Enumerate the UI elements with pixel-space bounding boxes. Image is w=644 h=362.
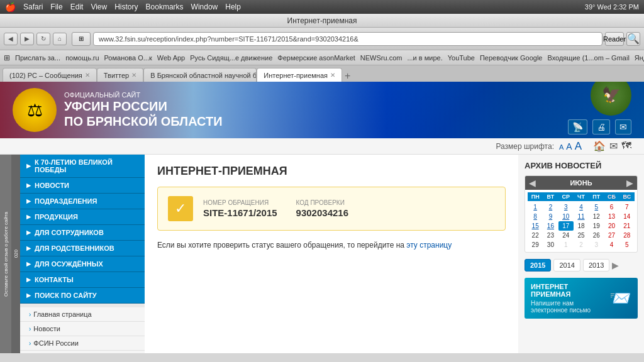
tab-3-close[interactable]: ✕ xyxy=(330,72,335,79)
cal-day-9[interactable]: 9 xyxy=(543,212,558,221)
sidebar-feedback[interactable]: Оставьте свой отзыв о работе сайта xyxy=(0,155,11,353)
sidebar-item-divisions[interactable]: ▶ ПОДРАЗДЕЛЕНИЯ xyxy=(20,194,145,209)
menu-safari[interactable]: Safari xyxy=(23,3,43,11)
wd-fri: ПТ xyxy=(589,192,604,201)
arrow-icon-6: ▶ xyxy=(26,261,31,267)
cal-day-6[interactable]: 6 xyxy=(604,202,619,212)
bookmark-rus[interactable]: Русь Сидящ...е движение xyxy=(190,54,272,62)
sidebar-sub-news[interactable]: › Новости xyxy=(20,322,145,336)
sidebar-sub-management[interactable]: › Руководство... xyxy=(20,351,145,353)
sidebar-item-victory[interactable]: ▶ К 70-ЛЕТИЮ ВЕЛИКОЙ ПОБЕДЫ xyxy=(20,155,145,178)
cal-day-14: 14 xyxy=(619,212,635,221)
arrow-icon-1: ▶ xyxy=(26,182,31,189)
bookmark-yandex[interactable]: Яндекс xyxy=(635,54,644,62)
sidebar-item-convicted[interactable]: ▶ ДЛЯ ОСУЖДЁННЫХ xyxy=(20,256,145,272)
menu-window[interactable]: Window xyxy=(191,3,218,11)
cal-month: ИЮНЬ xyxy=(570,179,592,187)
header-icon-print[interactable]: 🖨 xyxy=(592,119,610,134)
apple-logo[interactable]: 🍎 xyxy=(5,2,16,12)
refresh-button[interactable]: ↻ xyxy=(36,33,50,45)
cal-day-7[interactable]: 7 xyxy=(619,202,635,212)
year-btn-2013[interactable]: 2013 xyxy=(583,259,609,272)
cal-day-17[interactable]: 17 xyxy=(558,221,574,231)
reader-button[interactable]: Reader xyxy=(605,32,624,46)
cal-day-16[interactable]: 16 xyxy=(543,221,558,231)
cal-day-1[interactable]: 1 xyxy=(528,202,543,212)
priemnaya-subtitle: Напишите нам электронное письмо xyxy=(531,300,604,314)
cal-day-21: 21 xyxy=(619,221,635,231)
bookmark-gmail[interactable]: Входящие (1...om – Gmail xyxy=(547,54,629,62)
sidebar-sub-fsin[interactable]: › ФСИН России xyxy=(20,336,145,351)
sidebar-item-employees[interactable]: ▶ ДЛЯ СОТРУДНИКОВ xyxy=(20,225,145,241)
sidebar-item-contacts[interactable]: ▶ КОНТАКТЫ xyxy=(20,272,145,288)
menu-file[interactable]: File xyxy=(50,3,62,11)
sidebar-sub-home[interactable]: › Главная страница xyxy=(20,307,145,322)
mail-nav-icon[interactable]: ✉ xyxy=(609,140,618,152)
cal-day-10[interactable]: 10 xyxy=(558,212,574,221)
reader-icon[interactable]: ⊞ xyxy=(72,32,91,46)
search-button[interactable]: 🔍 xyxy=(626,32,640,46)
cal-day-5[interactable]: 5 xyxy=(589,202,604,212)
tab-1[interactable]: Твиттер ✕ xyxy=(97,68,143,82)
new-tab-button[interactable]: + xyxy=(345,70,350,82)
header-icon-rss[interactable]: 📡 xyxy=(568,119,587,134)
sidebar-item-search[interactable]: ▶ ПОИСК ПО САЙТУ xyxy=(20,288,145,304)
tab-0[interactable]: (102) РС – Сообщения ✕ xyxy=(3,68,97,82)
reception-link[interactable]: эту страницу xyxy=(406,241,452,250)
cal-prev-btn[interactable]: ◀ xyxy=(529,178,536,188)
font-size-medium[interactable]: А xyxy=(566,141,572,151)
reception-text: Если вы хотите проверить статус вашего о… xyxy=(157,239,506,251)
bookmark-webapp[interactable]: Web App xyxy=(157,54,185,62)
menu-view[interactable]: View xyxy=(91,3,107,11)
menu-help[interactable]: Help xyxy=(225,3,241,11)
sidebar-item-label-4: ДЛЯ СОТРУДНИКОВ xyxy=(35,229,104,236)
sidebar-item-products[interactable]: ▶ ПРОДУКЦИЯ xyxy=(20,209,145,225)
back-button[interactable]: ◀ xyxy=(4,33,18,45)
map-nav-icon[interactable]: 🗺 xyxy=(621,140,631,152)
mac-status-bar: 39° Wed 2:32 PM xyxy=(585,3,639,11)
cal-day-11[interactable]: 11 xyxy=(574,212,589,221)
browser-window: Интернет-приемная ◀ ▶ ↻ ⌂ ⊞ www.32.fsin.… xyxy=(0,14,644,362)
bookmark-prislat[interactable]: Прислать за... xyxy=(15,54,60,62)
cal-day-8[interactable]: 8 xyxy=(528,212,543,221)
bookmark-translate[interactable]: Переводчик Google xyxy=(480,54,543,62)
font-size-large[interactable]: А xyxy=(575,140,582,153)
home-button[interactable]: ⌂ xyxy=(53,33,67,45)
bookmark-farm[interactable]: Фермерские asonMarket xyxy=(277,54,355,62)
menu-edit[interactable]: Edit xyxy=(70,3,84,11)
cal-day-3[interactable]: 3 xyxy=(558,202,574,212)
bookmark-news[interactable]: NEWSru.com xyxy=(360,54,402,62)
cal-day-4[interactable]: 4 xyxy=(574,202,589,212)
number-label: НОМЕР ОБРАЩЕНИЯ xyxy=(203,199,277,206)
font-size-small[interactable]: А xyxy=(559,143,564,151)
info-block-number: НОМЕР ОБРАЩЕНИЯ SITE-11671/2015 xyxy=(203,199,277,218)
cal-day-15[interactable]: 15 xyxy=(528,221,543,231)
cal-next-btn[interactable]: ▶ xyxy=(626,178,633,188)
bookmarks-icon: ⊞ xyxy=(4,53,10,62)
year-nav-next[interactable]: ▶ xyxy=(612,260,619,270)
tab-0-close[interactable]: ✕ xyxy=(85,72,90,79)
priemnaya-box[interactable]: ИНТЕРНЕТ ПРИЕМНАЯ Напишите нам электронн… xyxy=(525,278,638,319)
cal-day-30: 30 xyxy=(543,240,558,250)
sidebar-item-label-6: ДЛЯ ОСУЖДЁННЫХ xyxy=(35,260,103,268)
sidebar-item-relatives[interactable]: ▶ ДЛЯ РОДСТВЕННИКОВ xyxy=(20,241,145,256)
site-main-title: УФСИН России ПО БРЯНСКОЙ ОБЛАСТИ xyxy=(64,99,223,129)
header-icon-mail[interactable]: ✉ xyxy=(615,119,631,134)
sidebar-item-news[interactable]: ▶ НОВОСТИ xyxy=(20,178,145,194)
menu-history[interactable]: History xyxy=(114,3,138,11)
home-nav-icon[interactable]: 🏠 xyxy=(593,140,606,152)
bookmark-pomosch[interactable]: помощь.ru xyxy=(65,54,99,62)
forward-button[interactable]: ▶ xyxy=(20,33,34,45)
year-btn-2015[interactable]: 2015 xyxy=(525,259,551,272)
year-btn-2014[interactable]: 2014 xyxy=(553,259,580,272)
tab-3[interactable]: Интернет-приемная ✕ xyxy=(257,68,342,82)
tab-2[interactable]: В Брянской областной научной библиотеке.… xyxy=(143,68,257,82)
menu-bookmarks[interactable]: Bookmarks xyxy=(146,3,184,11)
bookmark-mir[interactable]: ...и в мире. xyxy=(407,54,442,62)
site-nav-icons: 🏠 ✉ 🗺 xyxy=(593,140,631,152)
url-bar[interactable]: www.32.fsin.su/reception/index.php?numbe… xyxy=(93,32,602,46)
bookmark-youtube[interactable]: YouTube xyxy=(448,54,475,62)
bookmark-romanova[interactable]: Романова О...к xyxy=(104,54,152,62)
cal-day-2[interactable]: 2 xyxy=(543,202,558,212)
tab-1-close[interactable]: ✕ xyxy=(131,72,136,79)
